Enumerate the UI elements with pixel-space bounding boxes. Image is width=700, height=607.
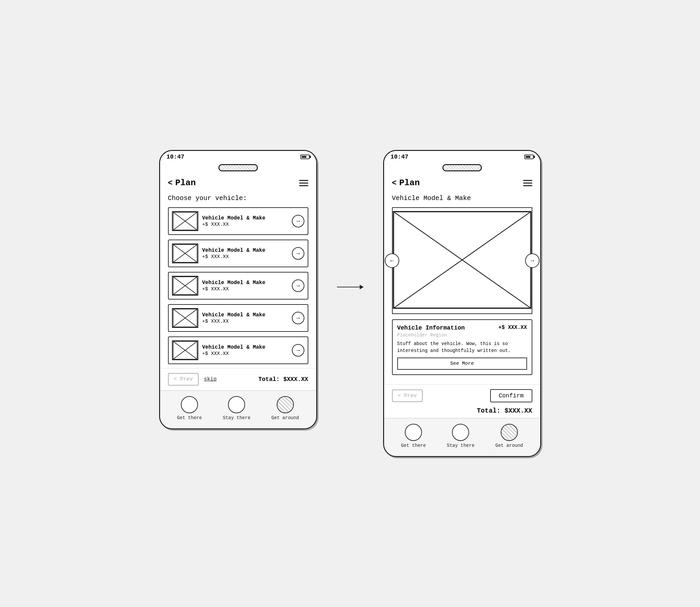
nav-label-get-around-2: Get around [495, 443, 523, 448]
vehicle-image-2 [172, 244, 198, 263]
detail-bottom-bar: < Prev Confirm [384, 384, 540, 407]
vehicle-price-3: +$ XXX.XX [202, 286, 288, 292]
vehicle-name-3: Vehicle Model & Make [202, 280, 288, 286]
bottom-nav-2: Get there Stay there Get around [384, 418, 540, 456]
vehicle-info-3: Vehicle Model & Make +$ XXX.XX [202, 280, 288, 292]
status-time-2: 10:47 [391, 153, 408, 160]
speaker-notch-1 [218, 164, 258, 171]
vehicle-info-2: Vehicle Model & Make +$ XXX.XX [202, 248, 288, 260]
speaker-notch-2 [442, 164, 482, 171]
vehicle-info-1: Vehicle Model & Make +$ XXX.XX [202, 215, 288, 227]
page-title-2: Plan [399, 178, 420, 188]
battery-icon-2 [525, 154, 534, 159]
vehicle-item-3[interactable]: Vehicle Model & Make +$ XXX.XX → [168, 272, 308, 299]
image-next-button[interactable]: → [525, 253, 539, 268]
nav-label-get-there-2: Get there [401, 443, 426, 448]
back-button-2[interactable]: < [392, 179, 397, 188]
bottom-nav-1: Get there Stay there Get around [160, 390, 316, 428]
screens-container: 10:47 < Plan Choose your vehicle: [159, 150, 541, 457]
back-button-1[interactable]: < [168, 179, 173, 188]
nav-item-get-around-1[interactable]: Get around [272, 396, 299, 420]
vehicle-image-4 [172, 308, 198, 328]
status-bar-1: 10:47 [160, 151, 316, 163]
hamburger-line-3 [299, 185, 308, 186]
vehicle-detail-image [392, 207, 532, 314]
prev-button-2[interactable]: < Prev [392, 390, 423, 402]
hamburger-line-2-2 [523, 183, 532, 184]
section-title-1: Choose your vehicle: [168, 194, 308, 202]
vehicle-name-1: Vehicle Model & Make [202, 215, 288, 221]
vehicle-item-1[interactable]: Vehicle Model & Make +$ XXX.XX → [168, 207, 308, 235]
skip-link[interactable]: skip [204, 376, 216, 382]
content-area-2: Vehicle Model & Make ← → Vehicle Informa… [384, 190, 540, 384]
prev-label-2: < Prev [398, 393, 417, 399]
back-title-1: < Plan [168, 178, 196, 188]
vehicle-image-1 [172, 211, 198, 231]
vehicle-price-2: +$ XXX.XX [202, 254, 288, 260]
status-bar-2: 10:47 [384, 151, 540, 163]
see-more-button[interactable]: See More [397, 358, 527, 370]
confirm-button[interactable]: Confirm [490, 389, 532, 402]
vehicle-arrow-2[interactable]: → [292, 247, 304, 260]
vehicle-card-title: Vehicle Information [397, 325, 465, 331]
vehicle-card-desc: Stuff about the vehicle. Wow, this is so… [397, 340, 527, 354]
detail-section-title: Vehicle Model & Make [392, 194, 532, 202]
arrow-body [337, 287, 363, 287]
screen-1-frame: 10:47 < Plan Choose your vehicle: [159, 150, 317, 430]
vehicle-price-1: +$ XXX.XX [202, 222, 288, 227]
app-header-1: < Plan [160, 174, 316, 190]
nav-label-get-there-1: Get there [177, 415, 202, 420]
hamburger-line-2 [299, 183, 308, 184]
vehicle-name-2: Vehicle Model & Make [202, 248, 288, 253]
vehicle-name-5: Vehicle Model & Make [202, 344, 288, 350]
vehicle-arrow-3[interactable]: → [292, 279, 304, 292]
speaker-area-1 [160, 163, 316, 174]
hamburger-menu-2[interactable] [523, 180, 532, 186]
nav-item-get-there-1[interactable]: Get there [177, 396, 202, 420]
nav-circle-get-there-2 [405, 424, 422, 441]
vehicle-list: Vehicle Model & Make +$ XXX.XX → [168, 207, 308, 364]
nav-item-stay-there-1[interactable]: Stay there [223, 396, 250, 420]
vehicle-card-price: +$ XXX.XX [499, 325, 527, 331]
nav-label-stay-there-1: Stay there [223, 415, 250, 420]
vehicle-image-5 [172, 340, 198, 360]
content-area-1: Choose your vehicle: Vehicle Model & Mak… [160, 190, 316, 368]
speaker-area-2 [384, 163, 540, 174]
vehicle-item-4[interactable]: Vehicle Model & Make +$ XXX.XX → [168, 304, 308, 332]
detail-image-wrapper: ← → [392, 207, 532, 314]
vehicle-arrow-4[interactable]: → [292, 312, 304, 324]
prev-label-1: < Prev [174, 376, 193, 382]
vehicle-item-2[interactable]: Vehicle Model & Make +$ XXX.XX → [168, 239, 308, 267]
vehicle-item-5[interactable]: Vehicle Model & Make +$ XXX.XX → [168, 336, 308, 364]
nav-circle-stay-there-1 [228, 396, 245, 413]
nav-item-get-there-2[interactable]: Get there [401, 424, 426, 448]
vehicle-info-5: Vehicle Model & Make +$ XXX.XX [202, 344, 288, 357]
nav-item-stay-there-2[interactable]: Stay there [447, 424, 474, 448]
vehicle-price-5: +$ XXX.XX [202, 351, 288, 357]
vehicle-arrow-1[interactable]: → [292, 215, 304, 227]
nav-item-get-around-2[interactable]: Get around [495, 424, 523, 448]
vehicle-detail-card: Vehicle Information +$ XXX.XX Placeholde… [392, 319, 532, 375]
page-title-1: Plan [175, 178, 196, 188]
arrow-head [360, 285, 364, 289]
nav-circle-get-there-1 [181, 396, 198, 413]
hamburger-menu-1[interactable] [299, 180, 308, 186]
status-time-1: 10:47 [167, 153, 185, 160]
back-title-2: < Plan [392, 178, 420, 188]
total-display-1: Total: $XXX.XX [258, 376, 308, 382]
hamburger-line-1 [299, 180, 308, 181]
total-display-2: Total: $XXX.XX [384, 407, 540, 418]
transition-arrow [337, 287, 363, 287]
nav-circle-stay-there-2 [452, 424, 469, 441]
vehicle-image-3 [172, 276, 198, 296]
image-prev-button[interactable]: ← [385, 253, 399, 268]
battery-icon-1 [300, 154, 310, 159]
screen-2-frame: 10:47 < Plan Vehicle Model & Make [383, 150, 541, 457]
app-header-2: < Plan [384, 174, 540, 190]
prev-button-1[interactable]: < Prev [168, 373, 199, 385]
vehicle-name-4: Vehicle Model & Make [202, 312, 288, 318]
vehicle-arrow-5[interactable]: → [292, 344, 304, 357]
nav-label-stay-there-2: Stay there [447, 443, 474, 448]
vehicle-info-4: Vehicle Model & Make +$ XXX.XX [202, 312, 288, 324]
vehicle-card-header: Vehicle Information +$ XXX.XX [397, 325, 527, 331]
